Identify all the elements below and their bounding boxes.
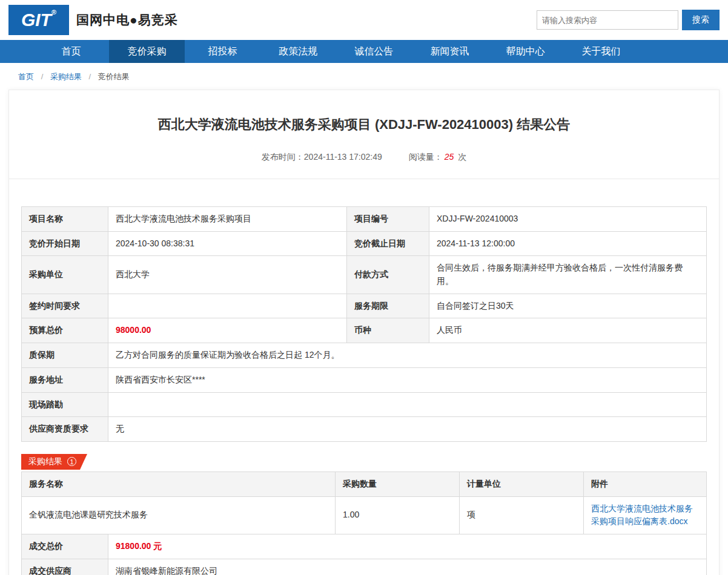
nav-item-integrity-notices[interactable]: 诚信公告 — [336, 40, 412, 63]
table-row: 供应商资质要求 无 — [22, 417, 707, 442]
info-label-cell: 供应商资质要求 — [22, 417, 108, 442]
badge-label: 采购结果 — [28, 456, 62, 467]
main-nav: 首页 竞价采购 招投标 政策法规 诚信公告 新闻资讯 帮助中心 关于我们 — [0, 40, 728, 63]
info-label-cell: 服务期限 — [347, 294, 429, 318]
info-value-cell: 陕西省西安市长安区**** — [108, 367, 707, 392]
nav-item-help-center[interactable]: 帮助中心 — [488, 40, 563, 63]
info-label-cell: 质保期 — [22, 343, 108, 368]
breadcrumb-current: 竞价结果 — [98, 72, 130, 81]
info-value-cell: 自合同签订之日30天 — [429, 294, 707, 318]
breadcrumb-home-link[interactable]: 首页 — [18, 72, 34, 81]
publish-time-value: 2024-11-13 17:02:49 — [304, 152, 382, 162]
info-label-cell: 服务地址 — [22, 367, 108, 392]
quantity-cell: 1.00 — [336, 496, 460, 534]
table-row: 签约时间要求 服务期限 自合同签订之日30天 — [22, 294, 707, 318]
info-value-cell: 人民币 — [429, 318, 707, 343]
info-value-cell: 无 — [108, 417, 707, 442]
table-row: 预算总价 98000.00 币种 人民币 — [22, 318, 707, 343]
table-row: 成交总价 91800.00 元 — [22, 534, 707, 559]
info-label-cell: 币种 — [347, 318, 429, 343]
info-label-cell: 项目名称 — [22, 207, 108, 232]
nav-item-bidding-procurement[interactable]: 竞价采购 — [109, 40, 185, 63]
column-header: 附件 — [584, 472, 707, 496]
info-value-cell: 合同生效后，待服务期满并经甲方验收合格后，一次性付清服务费用。 — [429, 256, 707, 294]
summary-label-cell: 成交供应商 — [22, 559, 108, 575]
attachment-link[interactable]: 西北大学液流电池技术服务采购项目响应偏离表.docx — [591, 504, 693, 527]
views-count: 25 — [445, 152, 454, 162]
info-label-cell: 预算总价 — [22, 318, 108, 343]
brand-title: 国网中电●易竞采 — [76, 12, 178, 28]
unit-cell: 项 — [460, 496, 584, 534]
search-input[interactable] — [537, 10, 678, 30]
breadcrumb-procurement-results-link[interactable]: 采购结果 — [50, 72, 82, 81]
info-value-cell: 2024-10-30 08:38:31 — [108, 231, 347, 256]
summary-label-cell: 成交总价 — [22, 534, 108, 559]
breadcrumb: 首页 / 采购结果 / 竞价结果 — [0, 63, 728, 90]
column-header: 计量单位 — [460, 472, 584, 496]
table-header-row: 服务名称 采购数量 计量单位 附件 — [22, 472, 707, 496]
table-row: 成交供应商 湖南省银峰新能源有限公司 — [22, 559, 707, 575]
info-label-cell: 竞价截止日期 — [347, 231, 429, 256]
procurement-result-badge: 采购结果 1 — [21, 454, 87, 470]
table-row: 现场踏勘 — [22, 392, 707, 417]
breadcrumb-separator: / — [41, 72, 44, 81]
result-summary-table: 成交总价 91800.00 元 成交供应商 湖南省银峰新能源有限公司 质保及售后… — [21, 534, 707, 575]
site-logo[interactable]: GIT® — [8, 5, 69, 35]
info-value-cell: 2024-11-13 12:00:00 — [429, 231, 707, 256]
nav-item-policies[interactable]: 政策法规 — [260, 40, 336, 63]
info-value-cell — [108, 392, 707, 417]
project-info-table: 项目名称 西北大学液流电池技术服务采购项目 项目编号 XDJJ-FW-20241… — [21, 206, 707, 442]
breadcrumb-separator: / — [89, 72, 91, 81]
table-row: 质保期 乙方对合同服务的质量保证期为验收合格后之日起 12个月。 — [22, 343, 707, 368]
nav-item-news[interactable]: 新闻资讯 — [412, 40, 488, 63]
nav-item-home[interactable]: 首页 — [33, 40, 109, 63]
top-header: GIT® 国网中电●易竞采 搜索 — [0, 0, 728, 40]
table-row: 采购单位 西北大学 付款方式 合同生效后，待服务期满并经甲方验收合格后，一次性付… — [22, 256, 707, 294]
info-value-cell: XDJJ-FW-202410003 — [429, 207, 707, 232]
info-value-cell: 乙方对合同服务的质量保证期为验收合格后之日起 12个月。 — [108, 343, 707, 368]
article-meta: 发布时间：2024-11-13 17:02:49 阅读量：25 次 — [9, 134, 719, 179]
info-label-cell: 竞价开始日期 — [22, 231, 108, 256]
views-label: 阅读量： — [409, 152, 443, 162]
column-header: 采购数量 — [336, 472, 460, 496]
service-name-cell: 全钒液流电池课题研究技术服务 — [22, 496, 336, 534]
nav-item-tenders[interactable]: 招投标 — [185, 40, 260, 63]
views-unit: 次 — [458, 152, 466, 162]
info-label-cell: 采购单位 — [22, 256, 108, 294]
page-title: 西北大学液流电池技术服务采购项目 (XDJJ-FW-202410003) 结果公… — [21, 90, 707, 134]
table-row: 项目名称 西北大学液流电池技术服务采购项目 项目编号 XDJJ-FW-20241… — [22, 207, 707, 232]
table-row: 服务地址 陕西省西安市长安区**** — [22, 367, 707, 392]
budget-total-value: 98000.00 — [108, 318, 347, 343]
table-row: 全钒液流电池课题研究技术服务 1.00 项 西北大学液流电池技术服务采购项目响应… — [22, 496, 707, 534]
deal-total-price-value: 91800.00 元 — [108, 534, 707, 559]
info-label-cell: 项目编号 — [347, 207, 429, 232]
info-label-cell: 签约时间要求 — [22, 294, 108, 318]
nav-item-about-us[interactable]: 关于我们 — [563, 40, 639, 63]
result-table: 服务名称 采购数量 计量单位 附件 全钒液流电池课题研究技术服务 1.00 项 … — [21, 472, 707, 534]
badge-number-icon: 1 — [67, 457, 76, 466]
info-value-cell: 西北大学液流电池技术服务采购项目 — [108, 207, 347, 232]
winning-supplier-value: 湖南省银峰新能源有限公司 — [108, 559, 707, 575]
announcement-card: 西北大学液流电池技术服务采购项目 (XDJJ-FW-202410003) 结果公… — [8, 90, 720, 575]
search-bar: 搜索 — [537, 10, 720, 30]
info-label-cell: 付款方式 — [347, 256, 429, 294]
info-label-cell: 现场踏勘 — [22, 392, 108, 417]
logo-text: GIT — [21, 10, 51, 30]
publish-time-label: 发布时间： — [262, 152, 304, 162]
info-value-cell — [108, 294, 347, 318]
table-row: 竞价开始日期 2024-10-30 08:38:31 竞价截止日期 2024-1… — [22, 231, 707, 256]
info-value-cell: 西北大学 — [108, 256, 347, 294]
attachment-cell: 西北大学液流电池技术服务采购项目响应偏离表.docx — [584, 496, 707, 534]
registered-mark-icon: ® — [51, 8, 56, 16]
search-button[interactable]: 搜索 — [682, 10, 720, 30]
column-header: 服务名称 — [22, 472, 336, 496]
